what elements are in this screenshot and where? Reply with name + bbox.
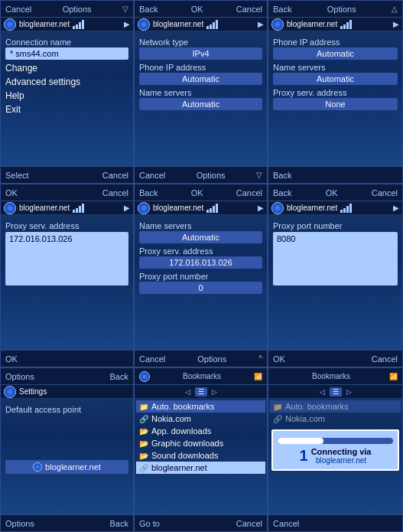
arrow-icon-1-2: ▶ — [258, 20, 264, 28]
chevron-bottom-1-2: ▽ — [256, 171, 262, 179]
options-btn-3-1[interactable]: Options — [5, 372, 34, 381]
arrow-icon-1-1: ▶ — [124, 20, 130, 28]
cancel-btn-1-1[interactable]: Cancel — [5, 5, 31, 14]
proxy-port-label-2-2: Proxy port number — [139, 272, 262, 281]
bookmark-graphic[interactable]: 📂 Graphic downloads — [136, 437, 265, 449]
ok-btn-2-2[interactable]: OK — [191, 188, 203, 197]
site-label-1-2: bloglearner.net — [153, 20, 203, 28]
signal-icon-3-3: 📶 — [389, 373, 398, 380]
menu-exit[interactable]: Exit — [5, 103, 128, 116]
actionbar-1-1: Select Cancel — [1, 166, 133, 183]
iconbar-1-3: bloglearner.net ▶ — [268, 18, 402, 31]
proxy-port-textarea[interactable]: 8080 — [273, 232, 398, 286]
back-btn-1-2[interactable]: Back — [139, 5, 158, 14]
proxy-serv-label-1-3: Proxy serv. address — [273, 88, 398, 97]
menu-change[interactable]: Change — [5, 61, 128, 75]
ok-btn-bottom-2-1[interactable]: OK — [5, 354, 18, 364]
panel-bookmarks: Bookmarks 📶 ◁ ☰ ▷ 📁 Auto. bookmarks 🔗 No… — [134, 367, 268, 532]
cancel-btn-bottom-3-3[interactable]: Cancel — [273, 519, 299, 528]
nav-icon-2-3-2: ▷ — [212, 388, 217, 396]
bookmark-bloglearner[interactable]: 🔗 bloglearner.net — [136, 462, 265, 474]
cancel-btn-bottom-3-2[interactable]: Cancel — [236, 519, 262, 528]
ok-btn-2-1[interactable]: OK — [5, 188, 18, 197]
phone-ip-value-1-3: Automatic — [273, 47, 398, 60]
wap-globe-icon-1-3 — [271, 18, 284, 31]
bookmark-sound[interactable]: 📂 Sound downloads — [136, 449, 265, 462]
iconbar-3-2: ◁ ☰ ▷ — [135, 385, 267, 399]
bookmark-nokia[interactable]: 🔗 Nokia.com — [136, 413, 265, 425]
phone-ip-value-1-2: Automatic — [139, 73, 262, 85]
ap-icon — [33, 462, 42, 472]
content-1-2: Network type IPv4 Phone IP address Autom… — [135, 31, 267, 113]
nav-icon-2-3-3: ▷ — [346, 388, 352, 396]
bookmark-sound-icon: 📂 — [139, 452, 148, 460]
options-btn-bottom-3-1[interactable]: Options — [5, 519, 34, 528]
actionbar-3-1: Options Back — [1, 514, 133, 531]
panel-network-type: Back OK Cancel bloglearner.net ▶ Network… — [134, 0, 268, 184]
icon-box-3-2: ☰ — [195, 387, 207, 397]
bookmark-app[interactable]: 📂 App. downloads — [136, 425, 265, 437]
proxy-addr-label-2-1: Proxy serv. address — [5, 221, 128, 230]
connecting-text: Connecting via — [311, 447, 372, 456]
back-btn-2-2[interactable]: Back — [139, 188, 158, 197]
options-btn-bottom-1-2[interactable]: Options — [197, 171, 226, 180]
default-ap-label: Default access point — [5, 405, 128, 414]
actionbar-3-3: Cancel — [268, 514, 402, 531]
site-label-2-2: bloglearner.net — [153, 204, 203, 212]
actionbar-1-3: Back — [268, 166, 402, 183]
cancel-btn-2-3[interactable]: Cancel — [372, 188, 398, 197]
ok-btn-1-2[interactable]: OK — [191, 5, 203, 14]
topbar-2-2: Back OK Cancel — [135, 184, 267, 201]
back-btn-bottom-3-1[interactable]: Back — [110, 519, 128, 528]
bookmark-auto-icon: 📁 — [139, 403, 148, 411]
options-btn-1-1[interactable]: Options — [63, 5, 92, 14]
content-1-3: Phone IP address Automatic Name servers … — [268, 31, 402, 113]
connection-name-label: Connection name — [5, 38, 128, 47]
menu-advanced[interactable]: Advanced settings — [5, 75, 128, 89]
bookmark-auto-dimmed: 📁 Auto. bookmarks — [270, 400, 401, 413]
select-btn[interactable]: Select — [5, 171, 29, 180]
row1: Cancel Options ▽ bloglearner.net ▶ Conne… — [0, 0, 403, 184]
topbar-3-1: Options Back — [1, 368, 133, 385]
connecting-row: 1 Connecting via bloglearner.net — [278, 447, 393, 465]
actionbar-2-2: Cancel Options ^ — [135, 350, 267, 367]
wap-globe-icon-3-2 — [139, 371, 150, 382]
cancel-btn-bottom-2-2[interactable]: Cancel — [139, 354, 165, 364]
cancel-btn-1-2[interactable]: Cancel — [236, 5, 262, 14]
options-btn-1-3[interactable]: Options — [327, 5, 356, 14]
back-btn-3-1[interactable]: Back — [110, 372, 128, 381]
go-to-btn-3-2[interactable]: Go to — [139, 519, 160, 528]
ok-btn-bottom-2-3[interactable]: OK — [273, 354, 285, 364]
ok-btn-2-3[interactable]: OK — [326, 188, 338, 197]
wap-globe-icon-2-3 — [271, 202, 284, 214]
back-btn-1-3[interactable]: Back — [273, 5, 291, 14]
arrow-icon-2-1: ▶ — [124, 204, 130, 212]
topbar-1-2: Back OK Cancel — [135, 1, 267, 18]
panel-settings: Options Back Settings Default access poi… — [0, 367, 134, 532]
default-ap-value[interactable]: bloglearner.net — [5, 460, 128, 474]
cancel-btn-bottom-1-1[interactable]: Cancel — [102, 171, 128, 180]
signal-icon-3-2: 📶 — [254, 373, 262, 380]
cancel-btn-bottom-2-3[interactable]: Cancel — [372, 354, 398, 364]
cancel-btn-2-1[interactable]: Cancel — [102, 188, 128, 197]
bookmark-nokia-icon-dimmed: 🔗 — [273, 415, 282, 423]
connection-name-value[interactable]: * sms44.com — [5, 47, 128, 60]
signal-bars-1-3 — [340, 20, 352, 29]
settings-title: Settings — [19, 387, 47, 396]
back-btn-bottom-1-3[interactable]: Back — [273, 171, 291, 180]
back-btn-2-3[interactable]: Back — [273, 188, 291, 197]
arrow-icon-1-3: ▶ — [393, 20, 399, 28]
bookmark-auto[interactable]: 📁 Auto. bookmarks — [136, 400, 265, 413]
options-btn-bottom-2-2[interactable]: Options — [197, 354, 226, 364]
bookmark-auto-icon-dimmed: 📁 — [273, 403, 282, 411]
signal-bars-1-2 — [206, 20, 218, 29]
cancel-btn-2-2[interactable]: Cancel — [236, 188, 262, 197]
cancel-btn-bottom-1-2[interactable]: Cancel — [139, 171, 165, 180]
proxy-serv-value-2-2: 172.016.013.026 — [139, 256, 262, 269]
signal-bar-2 — [76, 24, 78, 29]
panel-phone-ip: Back Options △ bloglearner.net ▶ Phone I… — [268, 0, 403, 184]
wap-globe-icon — [4, 18, 16, 31]
proxy-port-label-2-3: Proxy port number — [273, 221, 398, 230]
proxy-addr-textarea[interactable]: 172.016.013.026 — [5, 232, 128, 286]
menu-help[interactable]: Help — [5, 89, 128, 103]
